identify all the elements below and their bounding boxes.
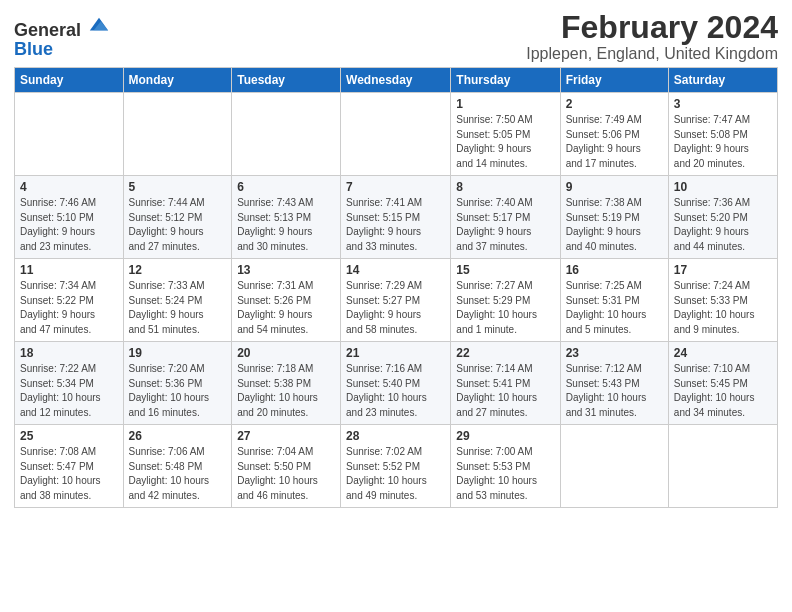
day-info: Sunrise: 7:41 AMSunset: 5:15 PMDaylight:… <box>346 196 445 254</box>
table-row: 19Sunrise: 7:20 AMSunset: 5:36 PMDayligh… <box>123 342 232 425</box>
day-number: 10 <box>674 180 772 194</box>
day-info: Sunrise: 7:10 AMSunset: 5:45 PMDaylight:… <box>674 362 772 420</box>
day-number: 23 <box>566 346 663 360</box>
day-info: Sunrise: 7:36 AMSunset: 5:20 PMDaylight:… <box>674 196 772 254</box>
day-number: 5 <box>129 180 227 194</box>
day-number: 19 <box>129 346 227 360</box>
table-row: 20Sunrise: 7:18 AMSunset: 5:38 PMDayligh… <box>232 342 341 425</box>
logo-icon <box>88 14 110 36</box>
table-row <box>341 93 451 176</box>
day-info: Sunrise: 7:29 AMSunset: 5:27 PMDaylight:… <box>346 279 445 337</box>
day-info: Sunrise: 7:08 AMSunset: 5:47 PMDaylight:… <box>20 445 118 503</box>
table-row: 21Sunrise: 7:16 AMSunset: 5:40 PMDayligh… <box>341 342 451 425</box>
table-row: 14Sunrise: 7:29 AMSunset: 5:27 PMDayligh… <box>341 259 451 342</box>
table-row <box>123 93 232 176</box>
day-info: Sunrise: 7:44 AMSunset: 5:12 PMDaylight:… <box>129 196 227 254</box>
table-row: 4Sunrise: 7:46 AMSunset: 5:10 PMDaylight… <box>15 176 124 259</box>
day-number: 4 <box>20 180 118 194</box>
table-row: 26Sunrise: 7:06 AMSunset: 5:48 PMDayligh… <box>123 425 232 508</box>
table-row: 17Sunrise: 7:24 AMSunset: 5:33 PMDayligh… <box>668 259 777 342</box>
logo: General Blue <box>14 14 110 59</box>
table-row: 3Sunrise: 7:47 AMSunset: 5:08 PMDaylight… <box>668 93 777 176</box>
logo-text: General Blue <box>14 14 110 59</box>
table-row: 22Sunrise: 7:14 AMSunset: 5:41 PMDayligh… <box>451 342 560 425</box>
calendar-week-row: 11Sunrise: 7:34 AMSunset: 5:22 PMDayligh… <box>15 259 778 342</box>
table-row: 9Sunrise: 7:38 AMSunset: 5:19 PMDaylight… <box>560 176 668 259</box>
table-row: 12Sunrise: 7:33 AMSunset: 5:24 PMDayligh… <box>123 259 232 342</box>
day-number: 28 <box>346 429 445 443</box>
table-row: 28Sunrise: 7:02 AMSunset: 5:52 PMDayligh… <box>341 425 451 508</box>
day-number: 14 <box>346 263 445 277</box>
table-row: 2Sunrise: 7:49 AMSunset: 5:06 PMDaylight… <box>560 93 668 176</box>
table-row: 6Sunrise: 7:43 AMSunset: 5:13 PMDaylight… <box>232 176 341 259</box>
col-sunday: Sunday <box>15 68 124 93</box>
table-row <box>15 93 124 176</box>
calendar-week-row: 4Sunrise: 7:46 AMSunset: 5:10 PMDaylight… <box>15 176 778 259</box>
logo-general: General <box>14 20 81 40</box>
col-monday: Monday <box>123 68 232 93</box>
table-row: 27Sunrise: 7:04 AMSunset: 5:50 PMDayligh… <box>232 425 341 508</box>
subtitle: Ipplepen, England, United Kingdom <box>526 45 778 63</box>
day-number: 7 <box>346 180 445 194</box>
day-number: 2 <box>566 97 663 111</box>
day-info: Sunrise: 7:27 AMSunset: 5:29 PMDaylight:… <box>456 279 554 337</box>
table-row: 5Sunrise: 7:44 AMSunset: 5:12 PMDaylight… <box>123 176 232 259</box>
day-number: 15 <box>456 263 554 277</box>
day-number: 20 <box>237 346 335 360</box>
table-row: 23Sunrise: 7:12 AMSunset: 5:43 PMDayligh… <box>560 342 668 425</box>
col-wednesday: Wednesday <box>341 68 451 93</box>
table-row <box>232 93 341 176</box>
day-info: Sunrise: 7:46 AMSunset: 5:10 PMDaylight:… <box>20 196 118 254</box>
day-number: 16 <box>566 263 663 277</box>
table-row: 13Sunrise: 7:31 AMSunset: 5:26 PMDayligh… <box>232 259 341 342</box>
day-number: 25 <box>20 429 118 443</box>
calendar-table: Sunday Monday Tuesday Wednesday Thursday… <box>14 67 778 508</box>
day-info: Sunrise: 7:20 AMSunset: 5:36 PMDaylight:… <box>129 362 227 420</box>
day-info: Sunrise: 7:22 AMSunset: 5:34 PMDaylight:… <box>20 362 118 420</box>
day-info: Sunrise: 7:34 AMSunset: 5:22 PMDaylight:… <box>20 279 118 337</box>
day-number: 29 <box>456 429 554 443</box>
table-row: 15Sunrise: 7:27 AMSunset: 5:29 PMDayligh… <box>451 259 560 342</box>
day-number: 12 <box>129 263 227 277</box>
day-info: Sunrise: 7:40 AMSunset: 5:17 PMDaylight:… <box>456 196 554 254</box>
logo-blue: Blue <box>14 39 53 59</box>
day-number: 24 <box>674 346 772 360</box>
day-info: Sunrise: 7:02 AMSunset: 5:52 PMDaylight:… <box>346 445 445 503</box>
main-title: February 2024 <box>526 10 778 45</box>
day-number: 26 <box>129 429 227 443</box>
day-number: 27 <box>237 429 335 443</box>
day-info: Sunrise: 7:12 AMSunset: 5:43 PMDaylight:… <box>566 362 663 420</box>
table-row <box>668 425 777 508</box>
day-number: 3 <box>674 97 772 111</box>
col-saturday: Saturday <box>668 68 777 93</box>
day-number: 18 <box>20 346 118 360</box>
day-info: Sunrise: 7:04 AMSunset: 5:50 PMDaylight:… <box>237 445 335 503</box>
col-tuesday: Tuesday <box>232 68 341 93</box>
day-info: Sunrise: 7:18 AMSunset: 5:38 PMDaylight:… <box>237 362 335 420</box>
day-number: 22 <box>456 346 554 360</box>
day-info: Sunrise: 7:25 AMSunset: 5:31 PMDaylight:… <box>566 279 663 337</box>
day-info: Sunrise: 7:38 AMSunset: 5:19 PMDaylight:… <box>566 196 663 254</box>
day-number: 13 <box>237 263 335 277</box>
day-info: Sunrise: 7:47 AMSunset: 5:08 PMDaylight:… <box>674 113 772 171</box>
day-number: 17 <box>674 263 772 277</box>
table-row: 10Sunrise: 7:36 AMSunset: 5:20 PMDayligh… <box>668 176 777 259</box>
day-number: 9 <box>566 180 663 194</box>
title-block: February 2024 Ipplepen, England, United … <box>526 10 778 63</box>
calendar-week-row: 25Sunrise: 7:08 AMSunset: 5:47 PMDayligh… <box>15 425 778 508</box>
table-row <box>560 425 668 508</box>
table-row: 24Sunrise: 7:10 AMSunset: 5:45 PMDayligh… <box>668 342 777 425</box>
col-thursday: Thursday <box>451 68 560 93</box>
day-info: Sunrise: 7:43 AMSunset: 5:13 PMDaylight:… <box>237 196 335 254</box>
day-number: 6 <box>237 180 335 194</box>
day-info: Sunrise: 7:24 AMSunset: 5:33 PMDaylight:… <box>674 279 772 337</box>
table-row: 29Sunrise: 7:00 AMSunset: 5:53 PMDayligh… <box>451 425 560 508</box>
day-info: Sunrise: 7:31 AMSunset: 5:26 PMDaylight:… <box>237 279 335 337</box>
day-info: Sunrise: 7:33 AMSunset: 5:24 PMDaylight:… <box>129 279 227 337</box>
day-info: Sunrise: 7:00 AMSunset: 5:53 PMDaylight:… <box>456 445 554 503</box>
day-info: Sunrise: 7:50 AMSunset: 5:05 PMDaylight:… <box>456 113 554 171</box>
calendar-week-row: 1Sunrise: 7:50 AMSunset: 5:05 PMDaylight… <box>15 93 778 176</box>
day-number: 8 <box>456 180 554 194</box>
day-number: 21 <box>346 346 445 360</box>
table-row: 18Sunrise: 7:22 AMSunset: 5:34 PMDayligh… <box>15 342 124 425</box>
